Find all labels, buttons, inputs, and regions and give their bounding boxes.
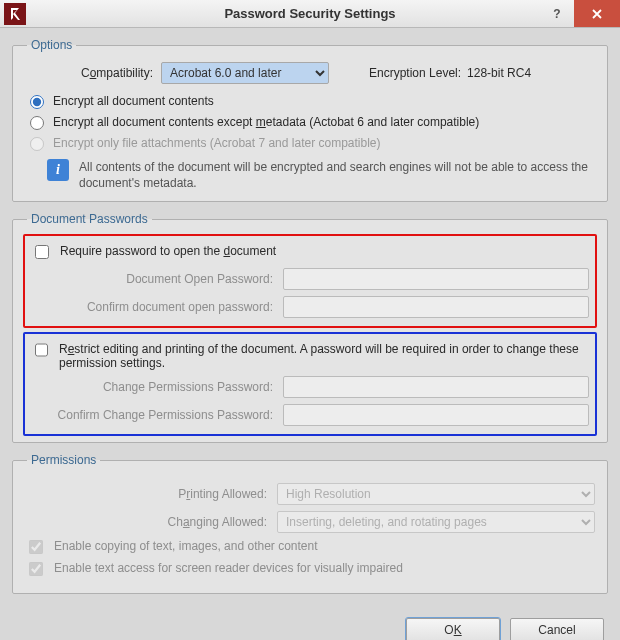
enable-screen-reader-row: Enable text access for screen reader dev…: [25, 561, 595, 579]
open-password-section: Require password to open the document Do…: [23, 234, 597, 328]
help-button[interactable]: ?: [540, 0, 574, 27]
document-open-password-row: Document Open Password:: [31, 268, 589, 290]
confirm-document-open-password-label: Confirm document open password:: [31, 300, 283, 314]
document-passwords-legend: Document Passwords: [27, 212, 152, 226]
encrypt-except-metadata-radio-row: Encrypt all document contents except met…: [25, 113, 595, 130]
encrypt-except-metadata-radio[interactable]: [30, 116, 44, 130]
dialog-title: Password Security Settings: [0, 6, 620, 21]
enable-copying-label: Enable copying of text, images, and othe…: [54, 539, 318, 553]
info-text: All contents of the document will be enc…: [79, 159, 595, 191]
dialog-footer: OK Cancel: [0, 612, 620, 640]
changing-allowed-row: Changing Allowed: Inserting, deleting, a…: [25, 511, 595, 533]
encryption-level-label: Encryption Level:: [369, 66, 461, 80]
confirm-document-open-password-input[interactable]: [283, 296, 589, 318]
permissions-group: Permissions Printing Allowed: High Resol…: [12, 453, 608, 594]
confirm-change-permissions-password-input[interactable]: [283, 404, 589, 426]
document-passwords-group: Document Passwords Require password to o…: [12, 212, 608, 443]
require-open-password-checkbox[interactable]: [35, 245, 49, 259]
printing-allowed-select[interactable]: High Resolution: [277, 483, 595, 505]
encrypt-except-metadata-label: Encrypt all document contents except met…: [53, 115, 479, 129]
close-button[interactable]: [574, 0, 620, 27]
encrypt-all-label: Encrypt all document contents: [53, 94, 214, 108]
ok-button[interactable]: OK: [406, 618, 500, 640]
enable-screen-reader-label: Enable text access for screen reader dev…: [54, 561, 403, 575]
change-permissions-password-input[interactable]: [283, 376, 589, 398]
restrict-editing-section: Restrict editing and printing of the doc…: [23, 332, 597, 436]
compatibility-select[interactable]: Acrobat 6.0 and later: [161, 62, 329, 84]
encrypt-attachments-radio: [30, 137, 44, 151]
enable-copying-row: Enable copying of text, images, and othe…: [25, 539, 595, 557]
document-open-password-label: Document Open Password:: [31, 272, 283, 286]
confirm-change-permissions-password-label: Confirm Change Permissions Password:: [31, 408, 283, 422]
encryption-level-value: 128-bit RC4: [467, 66, 531, 80]
confirm-change-permissions-password-row: Confirm Change Permissions Password:: [31, 404, 589, 426]
changing-allowed-select[interactable]: Inserting, deleting, and rotating pages: [277, 511, 595, 533]
encrypt-attachments-radio-row: Encrypt only file attachments (Acrobat 7…: [25, 134, 595, 151]
encrypt-all-radio[interactable]: [30, 95, 44, 109]
compatibility-row: Compatibility: Acrobat 6.0 and later Enc…: [25, 62, 595, 84]
titlebar: Password Security Settings ?: [0, 0, 620, 28]
info-row: i All contents of the document will be e…: [25, 159, 595, 191]
printing-allowed-row: Printing Allowed: High Resolution: [25, 483, 595, 505]
permissions-legend: Permissions: [27, 453, 100, 467]
encrypt-all-radio-row: Encrypt all document contents: [25, 92, 595, 109]
encrypt-attachments-label: Encrypt only file attachments (Acrobat 7…: [53, 136, 381, 150]
change-permissions-password-row: Change Permissions Password:: [31, 376, 589, 398]
enable-screen-reader-checkbox: [29, 562, 43, 576]
printing-allowed-label: Printing Allowed:: [25, 487, 277, 501]
restrict-editing-row: Restrict editing and printing of the doc…: [31, 342, 589, 370]
app-icon: [4, 3, 26, 25]
restrict-editing-checkbox[interactable]: [35, 343, 48, 357]
confirm-document-open-password-row: Confirm document open password:: [31, 296, 589, 318]
dialog-body: Options Compatibility: Acrobat 6.0 and l…: [0, 28, 620, 612]
enable-copying-checkbox: [29, 540, 43, 554]
restrict-editing-label: Restrict editing and printing of the doc…: [59, 342, 589, 370]
changing-allowed-label: Changing Allowed:: [25, 515, 277, 529]
options-group: Options Compatibility: Acrobat 6.0 and l…: [12, 38, 608, 202]
compatibility-label: Compatibility:: [25, 66, 153, 80]
cancel-button[interactable]: Cancel: [510, 618, 604, 640]
require-open-password-label: Require password to open the document: [60, 244, 276, 258]
require-open-password-row: Require password to open the document: [31, 244, 589, 262]
options-legend: Options: [27, 38, 76, 52]
info-icon: i: [47, 159, 69, 181]
document-open-password-input[interactable]: [283, 268, 589, 290]
change-permissions-password-label: Change Permissions Password:: [31, 380, 283, 394]
